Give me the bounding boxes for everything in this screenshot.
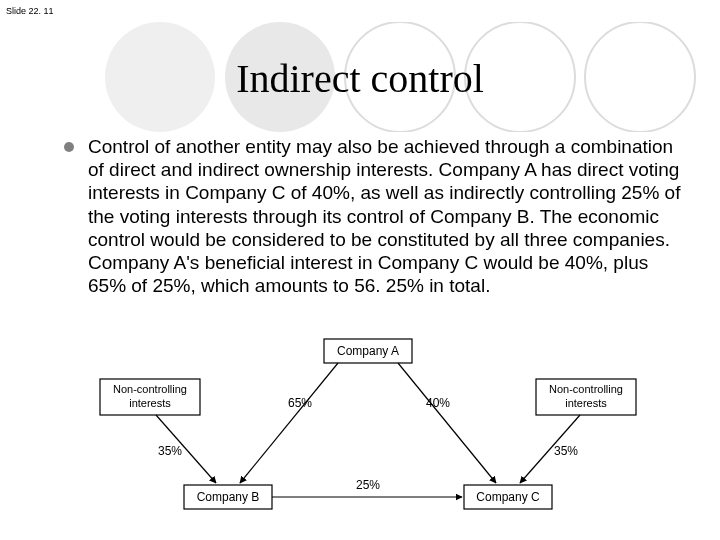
node-nci-left-line1: Non-controlling <box>113 383 187 395</box>
edge-b-to-c: 25% <box>356 478 380 492</box>
node-company-a: Company A <box>337 344 399 358</box>
bullet-item: Control of another entity may also be ac… <box>64 135 688 297</box>
bullet-text: Control of another entity may also be ac… <box>88 135 688 297</box>
edge-a-to-c: 40% <box>426 396 450 410</box>
page-title: Indirect control <box>0 55 720 102</box>
edge-nci-right-to-c: 35% <box>554 444 578 458</box>
svg-line-10 <box>240 363 338 483</box>
edge-a-to-b: 65% <box>288 396 312 410</box>
body-content: Control of another entity may also be ac… <box>64 135 688 297</box>
bullet-dot-icon <box>64 142 74 152</box>
node-nci-left-line2: interests <box>129 397 171 409</box>
node-nci-right-line2: interests <box>565 397 607 409</box>
node-company-c: Company C <box>476 490 540 504</box>
ownership-diagram: Company A Non-controlling interests Non-… <box>98 335 638 525</box>
slide-number-label: Slide 22. 11 <box>6 6 54 16</box>
edge-nci-left-to-b: 35% <box>158 444 182 458</box>
svg-line-11 <box>398 363 496 483</box>
node-company-b: Company B <box>197 490 260 504</box>
node-nci-right-line1: Non-controlling <box>549 383 623 395</box>
